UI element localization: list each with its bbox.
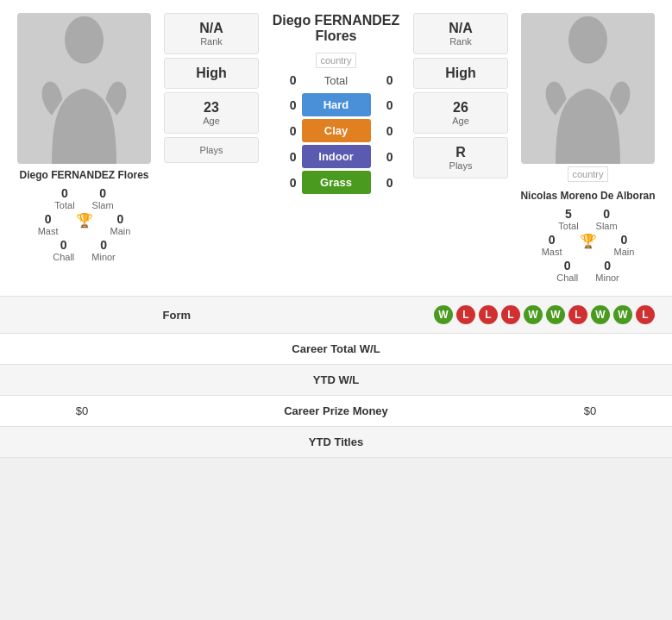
career-prize-right: $0: [525, 404, 655, 417]
player1-minor: 0 Minor: [91, 238, 116, 262]
svg-point-1: [568, 16, 607, 64]
player2-slam: 0 Slam: [596, 207, 618, 231]
form-badge-w: W: [524, 305, 543, 324]
form-badge-l: L: [501, 305, 520, 324]
total-row: 0 Total 0: [263, 73, 409, 87]
indoor-button[interactable]: Indoor: [302, 145, 371, 168]
player2-middle-stats: N/A Rank High 26 Age R Plays: [413, 13, 508, 283]
player1-main: 0 Main: [110, 212, 131, 236]
player1-photo: [17, 13, 151, 164]
player1-stats-row2: 0 Mast 🏆 0 Main: [9, 212, 160, 236]
player2-main: 0 Main: [614, 233, 635, 257]
form-badge-w: W: [546, 305, 565, 324]
form-badge-w: W: [434, 305, 453, 324]
player2-high-box: High: [413, 58, 508, 89]
player2-photo: [521, 13, 655, 164]
player2-name: Nicolas Moreno De Alboran: [520, 190, 655, 202]
form-row: Form WLLLWWLWWL: [0, 297, 672, 334]
career-total-label: Career Total W/L: [147, 342, 525, 355]
player1-stats-row1: 0 Total 0 Slam: [9, 186, 160, 210]
player2-card: country Nicolas Moreno De Alboran 5 Tota…: [512, 13, 663, 283]
player1-stats-row3: 0 Chall 0 Minor: [9, 238, 160, 262]
player2-rank-box: N/A Rank: [413, 13, 508, 54]
player1-name-center: Diego FERNANDEZ Flores: [273, 13, 400, 44]
player2-stats-row2: 0 Mast 🏆 0 Main: [512, 233, 663, 257]
form-badge-l: L: [479, 305, 498, 324]
player1-chall: 0 Chall: [53, 238, 74, 262]
career-prize-row: $0 Career Prize Money $0: [0, 396, 672, 427]
form-badges: WLLLWWLWWL: [336, 305, 656, 324]
form-badge-l: L: [568, 305, 587, 324]
form-badge-l: L: [636, 305, 655, 324]
career-prize-label: Career Prize Money: [147, 404, 525, 417]
hard-row: 0 Hard 0: [263, 93, 409, 116]
top-section: Diego FERNANDEZ Flores 0 Total 0 Slam 0: [0, 0, 672, 296]
player2-minor: 0 Minor: [595, 259, 619, 283]
center-panel: Diego FERNANDEZ Flores country 0 Total 0…: [263, 13, 409, 283]
player2-plays-box: R Plays: [413, 137, 508, 178]
player1-country: country: [316, 53, 355, 68]
form-label: Form: [17, 309, 336, 322]
player2-country: country: [568, 166, 607, 182]
career-total-row: Career Total W/L: [0, 334, 672, 365]
career-prize-left: $0: [17, 404, 147, 417]
form-badge-w: W: [591, 305, 610, 324]
clay-button[interactable]: Clay: [302, 119, 371, 142]
player1-total: 0 Total: [54, 186, 74, 210]
player1-stats: 0 Total 0 Slam 0 Mast 🏆: [9, 186, 160, 262]
ytd-wl-row: YTD W/L: [0, 365, 672, 396]
main-container: Diego FERNANDEZ Flores 0 Total 0 Slam 0: [0, 0, 672, 458]
total-label: Total: [302, 74, 371, 87]
player1-rank-box: N/A Rank: [164, 13, 259, 54]
player2-stats-row3: 0 Chall 0 Minor: [512, 259, 663, 283]
svg-point-0: [65, 16, 104, 64]
player2-mast: 0 Mast: [542, 233, 562, 257]
player2-stats-row1: 5 Total 0 Slam: [512, 207, 663, 231]
player1-trophy: 🏆: [76, 212, 93, 236]
form-badge-w: W: [613, 305, 632, 324]
indoor-row: 0 Indoor 0: [263, 145, 409, 168]
player1-name: Diego FERNANDEZ Flores: [19, 169, 148, 181]
bottom-section: Form WLLLWWLWWL Career Total W/L YTD W/L…: [0, 296, 672, 458]
player1-mast: 0 Mast: [38, 212, 59, 236]
player1-high-box: High: [164, 58, 259, 89]
trophy-icon-1: 🏆: [76, 212, 93, 229]
trophy-icon-2: 🏆: [580, 233, 597, 249]
player2-trophy: 🏆: [580, 233, 597, 257]
player2-stats: 5 Total 0 Slam 0 Mast 🏆: [512, 207, 663, 283]
grass-row: 0 Grass 0: [263, 171, 409, 194]
clay-row: 0 Clay 0: [263, 119, 409, 142]
ytd-titles-label: YTD Titles: [147, 435, 525, 448]
player2-total: 5 Total: [558, 207, 578, 231]
player1-age-box: 23 Age: [164, 92, 259, 134]
form-badge-l: L: [456, 305, 475, 324]
ytd-titles-row: YTD Titles: [0, 427, 672, 458]
grass-button[interactable]: Grass: [302, 171, 371, 194]
player2-chall: 0 Chall: [556, 259, 578, 283]
player1-card: Diego FERNANDEZ Flores 0 Total 0 Slam 0: [9, 13, 160, 283]
ytd-wl-label: YTD W/L: [147, 373, 525, 386]
player2-age-box: 26 Age: [413, 92, 508, 134]
hard-button[interactable]: Hard: [302, 93, 371, 116]
player1-slam: 0 Slam: [92, 186, 114, 210]
player1-plays-box: Plays: [164, 137, 259, 163]
player1-middle-stats: N/A Rank High 23 Age Plays: [164, 13, 259, 283]
